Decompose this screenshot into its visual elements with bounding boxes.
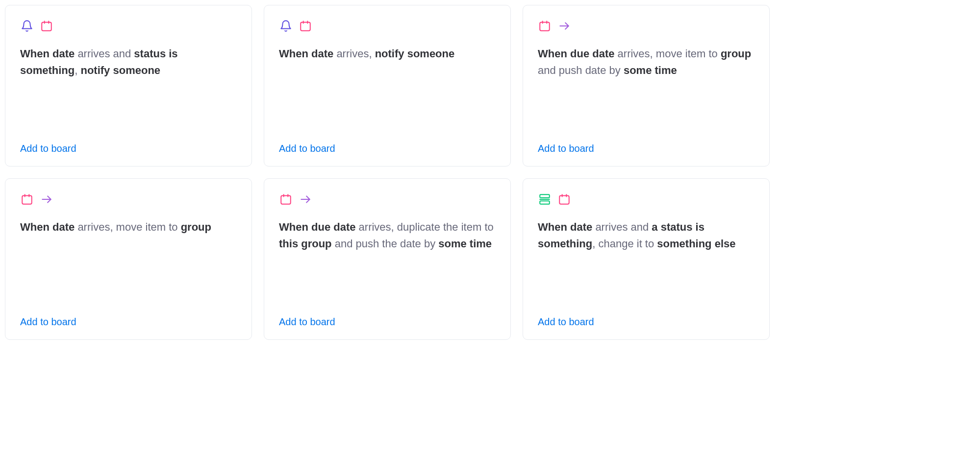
description-token-bold: When [538, 48, 567, 60]
description-token-bold: due date [311, 221, 355, 233]
svg-rect-1 [301, 22, 310, 30]
description-token-bold: something else [657, 238, 735, 250]
description-token-bold: someone [113, 64, 160, 76]
description-token-bold: someone [407, 48, 455, 60]
automation-card[interactable]: When due date arrives, duplicate the ite… [264, 178, 511, 340]
description-token-bold: some time [624, 64, 677, 76]
svg-rect-0 [42, 22, 51, 30]
description-token-bold: status [134, 48, 166, 60]
description-token-bold: due date [570, 48, 614, 60]
description-token-bold: some time [438, 238, 492, 250]
calendar-icon [299, 19, 312, 33]
card-description: When date arrives and a status is someth… [538, 219, 754, 310]
card-icons [538, 19, 754, 33]
calendar-icon [538, 19, 552, 33]
automation-card[interactable]: When date arrives, notify someoneAdd to … [264, 5, 511, 167]
description-token: and push the date by [332, 238, 439, 250]
card-icons [20, 192, 237, 206]
add-to-board-button[interactable]: Add to board [538, 316, 594, 328]
description-token-bold: date [311, 48, 333, 60]
card-description: When due date arrives, move item to grou… [538, 46, 754, 136]
description-token: , change it to [592, 238, 657, 250]
card-icons [20, 19, 237, 33]
arrow-right-icon [40, 192, 53, 206]
description-token-bold: notify [375, 48, 404, 60]
card-description: When date arrives and status is somethin… [20, 46, 237, 136]
svg-rect-8 [559, 195, 569, 204]
description-token: , [75, 64, 80, 76]
automation-cards-grid: When date arrives and status is somethin… [5, 5, 770, 340]
add-to-board-button[interactable]: Add to board [279, 316, 335, 328]
arrow-right-icon [557, 19, 571, 33]
description-token-bold: When [20, 221, 50, 233]
calendar-icon [40, 19, 53, 33]
card-description: When date arrives, move item to group [20, 219, 237, 310]
description-token: arrives, duplicate the item to [355, 221, 493, 233]
card-description: When due date arrives, duplicate the ite… [279, 219, 496, 310]
description-token: arrives and [75, 48, 134, 60]
status-icon [538, 192, 552, 206]
bell-icon [279, 19, 293, 33]
automation-card[interactable]: When due date arrives, move item to grou… [523, 5, 770, 167]
calendar-icon [557, 192, 571, 206]
description-token-bold: When [279, 221, 308, 233]
description-token-bold: this group [279, 238, 332, 250]
svg-rect-4 [281, 195, 291, 204]
add-to-board-button[interactable]: Add to board [20, 316, 76, 328]
add-to-board-button[interactable]: Add to board [279, 143, 335, 154]
card-icons [279, 19, 496, 33]
automation-card[interactable]: When date arrives and status is somethin… [5, 5, 252, 167]
description-token-bold: a status [652, 221, 692, 233]
card-description: When date arrives, notify someone [279, 46, 496, 136]
add-to-board-button[interactable]: Add to board [538, 143, 594, 154]
description-token-bold: date [52, 48, 75, 60]
svg-rect-3 [22, 195, 32, 204]
svg-rect-5 [540, 194, 550, 198]
description-token: arrives and [592, 221, 652, 233]
description-token: arrives, move item to [75, 221, 180, 233]
description-token-bold: date [52, 221, 75, 233]
automation-card[interactable]: When date arrives, move item to groupAdd… [5, 178, 252, 340]
calendar-icon [279, 192, 293, 206]
card-icons [279, 192, 496, 206]
add-to-board-button[interactable]: Add to board [20, 143, 76, 154]
automation-card[interactable]: When date arrives and a status is someth… [523, 178, 770, 340]
description-token: arrives, move item to [614, 48, 720, 60]
calendar-icon [20, 192, 34, 206]
card-icons [538, 192, 754, 206]
bell-icon [20, 19, 34, 33]
description-token: arrives, [333, 48, 375, 60]
description-token-bold: group [181, 221, 211, 233]
svg-rect-2 [540, 22, 550, 30]
description-token-bold: When [20, 48, 50, 60]
description-token-bold: notify [80, 64, 110, 76]
description-token-bold: group [721, 48, 751, 60]
arrow-right-icon [299, 192, 312, 206]
svg-rect-6 [540, 201, 550, 204]
description-token-bold: When [279, 48, 308, 60]
description-token-bold: When [538, 221, 567, 233]
description-token-bold: date [570, 221, 592, 233]
description-token: and push date by [538, 64, 624, 76]
